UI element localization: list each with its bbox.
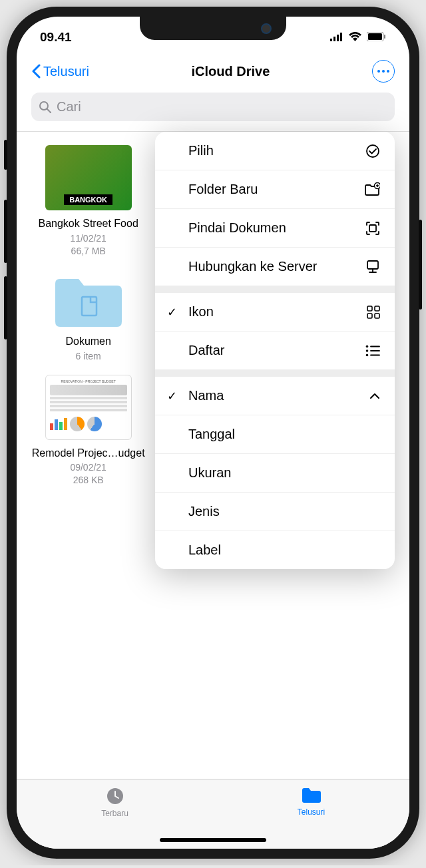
svg-rect-24	[375, 314, 379, 318]
nav-bar: Telusuri iCloud Drive	[17, 48, 409, 93]
wifi-icon	[349, 30, 361, 45]
file-name: Remodel Projec…udget	[32, 447, 145, 461]
file-date: 09/02/21	[70, 462, 106, 473]
chevron-left-icon	[31, 64, 41, 79]
phone-frame: 09.41 Telusuri iCloud Drive Cari	[7, 7, 419, 859]
file-size: 268 KB	[73, 475, 104, 485]
menu-item-connect-server[interactable]: Hubungkan ke Server	[155, 248, 395, 286]
back-label: Telusuri	[43, 64, 89, 79]
status-time: 09.41	[40, 30, 72, 45]
signal-icon	[330, 30, 343, 45]
menu-item-sort-date[interactable]: Tanggal	[155, 415, 395, 454]
notch	[140, 17, 286, 40]
tab-label: Telusuri	[298, 807, 325, 817]
svg-point-7	[377, 70, 380, 73]
svg-point-25	[366, 345, 369, 347]
menu-item-new-folder[interactable]: Folder Baru	[155, 170, 395, 209]
menu-item-icons-view[interactable]: Ikon	[155, 293, 395, 331]
clock-icon	[105, 786, 125, 806]
svg-point-29	[366, 353, 369, 356]
svg-rect-5	[368, 33, 382, 40]
menu-item-scan[interactable]: Pindai Dokumen	[155, 209, 395, 248]
power-button	[419, 220, 422, 310]
select-icon	[365, 144, 380, 158]
file-name: Dokumen	[65, 335, 110, 349]
nav-title: iCloud Drive	[192, 64, 270, 79]
more-button[interactable]	[372, 60, 395, 83]
folder-item[interactable]: Dokumen 6 item	[31, 270, 145, 361]
grid-icon	[367, 306, 380, 319]
svg-rect-0	[330, 39, 332, 41]
svg-rect-21	[367, 306, 372, 311]
menu-item-select[interactable]: Pilih	[155, 132, 395, 170]
context-menu: Pilih Folder Baru Pindai Dokumen Hubungk…	[155, 132, 395, 569]
menu-item-list-view[interactable]: Daftar	[155, 331, 395, 370]
silent-switch	[4, 140, 7, 170]
svg-rect-6	[384, 35, 385, 39]
battery-icon	[367, 30, 386, 45]
search-bar[interactable]: Cari	[31, 93, 395, 121]
folder-icon	[45, 270, 132, 335]
file-item[interactable]: Bangkok Street Food 11/02/21 66,7 MB	[31, 145, 145, 256]
svg-point-10	[40, 102, 48, 110]
file-size: 66,7 MB	[71, 246, 106, 256]
chevron-up-icon	[369, 393, 380, 399]
svg-rect-23	[367, 314, 372, 318]
file-item[interactable]: RENOVATION - PROJECT BUDGET Remodel Proj…	[31, 375, 145, 486]
file-meta: 6 item	[76, 351, 101, 361]
menu-item-sort-kind[interactable]: Jenis	[155, 493, 395, 531]
svg-rect-17	[369, 225, 376, 232]
svg-rect-22	[375, 306, 379, 311]
svg-line-11	[47, 109, 51, 112]
svg-rect-2	[337, 35, 339, 41]
screen: 09.41 Telusuri iCloud Drive Cari	[17, 17, 409, 849]
menu-item-sort-tags[interactable]: Label	[155, 531, 395, 569]
volume-down-button	[4, 276, 7, 339]
svg-rect-3	[340, 33, 342, 41]
svg-rect-1	[333, 37, 335, 41]
menu-item-sort-size[interactable]: Ukuran	[155, 454, 395, 493]
ellipsis-icon	[377, 70, 389, 73]
back-button[interactable]: Telusuri	[31, 64, 89, 79]
file-date: 11/02/21	[70, 233, 106, 244]
svg-point-13	[367, 145, 379, 157]
folder-plus-icon	[364, 182, 380, 197]
list-icon	[365, 345, 380, 357]
home-indicator[interactable]	[160, 838, 266, 842]
tab-label: Terbaru	[101, 809, 128, 818]
search-placeholder: Cari	[57, 99, 81, 114]
file-thumbnail	[45, 145, 132, 210]
content-area: Bangkok Street Food 11/02/21 66,7 MB Dok…	[17, 132, 409, 499]
scan-icon	[365, 221, 380, 236]
file-thumbnail: RENOVATION - PROJECT BUDGET	[45, 375, 132, 440]
volume-up-button	[4, 200, 7, 263]
svg-point-27	[366, 349, 369, 352]
folder-icon	[300, 786, 323, 805]
svg-point-9	[387, 70, 389, 73]
svg-point-8	[382, 70, 385, 73]
svg-rect-18	[367, 261, 378, 269]
search-icon	[39, 101, 51, 113]
server-icon	[365, 260, 380, 274]
menu-item-sort-name[interactable]: Nama	[155, 377, 395, 415]
file-name: Bangkok Street Food	[39, 217, 138, 231]
